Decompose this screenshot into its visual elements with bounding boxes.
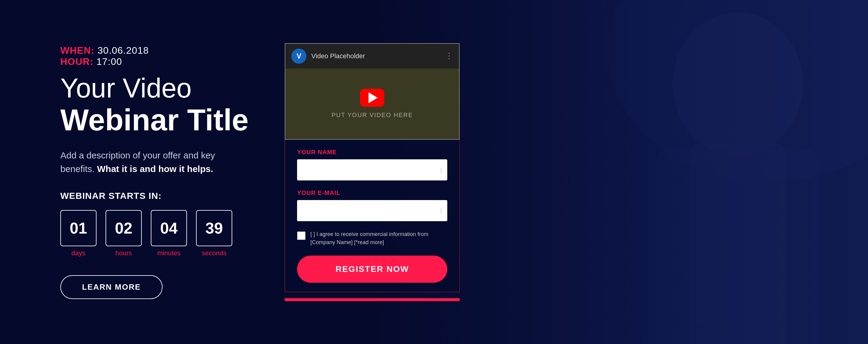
form-body: YOUR NAME | YOUR E-MAIL | [ ] I agree to…: [285, 140, 460, 292]
name-input-icon: |: [440, 166, 442, 173]
video-menu-icon[interactable]: ⋮: [445, 51, 453, 61]
description-bold: What it is and how it helps.: [97, 164, 213, 174]
email-field: YOUR E-MAIL |: [297, 190, 447, 221]
when-line: WHEN: 30.06.2018: [60, 45, 249, 56]
countdown-minutes-label: minutes: [157, 249, 180, 257]
left-section: WHEN: 30.06.2018 HOUR: 17:00 Your Video …: [60, 45, 249, 299]
email-input[interactable]: [297, 200, 447, 221]
hour-line: HOUR: 17:00: [60, 56, 249, 67]
countdown-days-label: days: [71, 249, 85, 257]
name-label: YOUR NAME: [297, 149, 447, 156]
bottom-accent-bar: [285, 298, 460, 301]
countdown-minutes-value: 04: [151, 210, 187, 246]
countdown-hours-label: hours: [115, 249, 132, 257]
title-line2: Webinar Title: [60, 103, 249, 136]
email-label: YOUR E-MAIL: [297, 190, 447, 196]
video-placeholder: V Video Placeholder ⋮ PUT YOUR VIDEO HER…: [285, 43, 460, 140]
countdown-days-value: 01: [60, 210, 96, 246]
video-header: V Video Placeholder ⋮: [285, 44, 459, 68]
countdown-days: 01 days: [60, 210, 96, 257]
consent-checkbox[interactable]: [297, 231, 306, 240]
youtube-play-button[interactable]: [360, 89, 384, 107]
put-video-text: PUT YOUR VIDEO HERE: [332, 112, 413, 119]
consent-text: [ ] I agree to receive commercial inform…: [310, 230, 447, 247]
email-input-icon: |: [440, 207, 442, 214]
countdown-hours-value: 02: [105, 210, 142, 246]
countdown-seconds-label: seconds: [202, 249, 226, 257]
description: Add a description of your offer and key …: [60, 148, 235, 176]
title-line1: Your Video: [60, 73, 249, 103]
countdown-hours: 02 hours: [105, 210, 142, 257]
video-content[interactable]: PUT YOUR VIDEO HERE: [285, 68, 459, 139]
countdown: 01 days 02 hours 04 minutes 39 seconds: [60, 210, 249, 257]
name-input-wrapper: |: [297, 159, 447, 180]
when-hour-block: WHEN: 30.06.2018 HOUR: 17:00: [60, 45, 249, 67]
consent-row: [ ] I agree to receive commercial inform…: [297, 230, 447, 247]
video-avatar: V: [291, 49, 306, 64]
webinar-starts-label: WEBINAR STARTS IN:: [60, 191, 249, 201]
title-section: Your Video Webinar Title: [60, 73, 249, 136]
right-section: V Video Placeholder ⋮ PUT YOUR VIDEO HER…: [285, 43, 460, 301]
name-input[interactable]: [297, 159, 447, 180]
countdown-seconds-value: 39: [196, 210, 232, 246]
learn-more-button[interactable]: LEARN MORE: [60, 275, 162, 299]
name-field: YOUR NAME |: [297, 149, 447, 180]
countdown-seconds: 39 seconds: [196, 210, 232, 257]
video-title: Video Placeholder: [311, 52, 440, 60]
countdown-minutes: 04 minutes: [151, 210, 187, 257]
register-button[interactable]: REGISTER NOW: [297, 256, 447, 283]
email-input-wrapper: |: [297, 200, 447, 221]
